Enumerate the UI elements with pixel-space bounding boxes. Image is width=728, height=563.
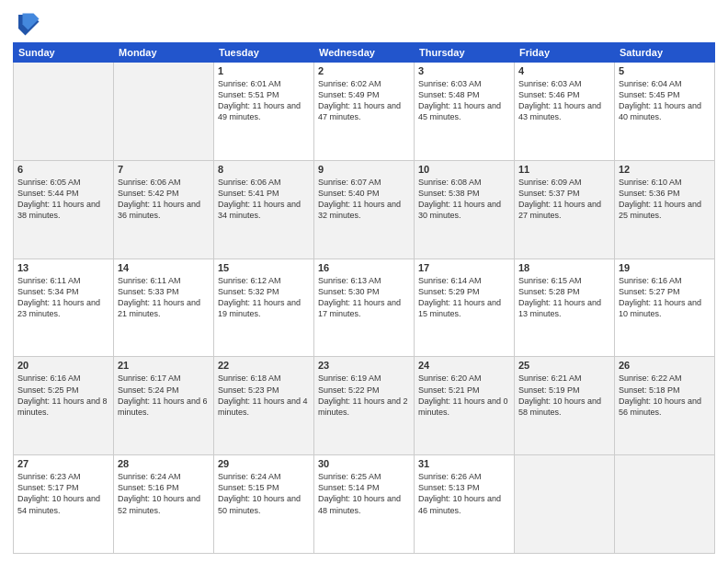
weekday-header-thursday: Thursday <box>415 43 515 63</box>
calendar-week-row: 27Sunrise: 6:23 AM Sunset: 5:17 PM Dayli… <box>14 455 715 554</box>
calendar-cell: 19Sunrise: 6:16 AM Sunset: 5:27 PM Dayli… <box>615 259 715 357</box>
calendar-cell: 6Sunrise: 6:05 AM Sunset: 5:44 PM Daylig… <box>14 160 114 259</box>
cell-info: Sunrise: 6:06 AM Sunset: 5:41 PM Dayligh… <box>218 177 310 222</box>
cell-info: Sunrise: 6:04 AM Sunset: 5:45 PM Dayligh… <box>619 78 711 123</box>
cell-info: Sunrise: 6:03 AM Sunset: 5:46 PM Dayligh… <box>518 78 610 123</box>
calendar-cell: 13Sunrise: 6:11 AM Sunset: 5:34 PM Dayli… <box>14 259 114 357</box>
calendar-cell <box>114 63 214 161</box>
day-number: 25 <box>518 360 610 371</box>
calendar-cell: 31Sunrise: 6:26 AM Sunset: 5:13 PM Dayli… <box>415 455 515 554</box>
cell-info: Sunrise: 6:14 AM Sunset: 5:29 PM Dayligh… <box>418 275 510 320</box>
day-number: 19 <box>619 262 711 273</box>
calendar-cell: 3Sunrise: 6:03 AM Sunset: 5:48 PM Daylig… <box>415 63 515 161</box>
calendar-cell: 11Sunrise: 6:09 AM Sunset: 5:37 PM Dayli… <box>515 160 615 259</box>
cell-info: Sunrise: 6:16 AM Sunset: 5:25 PM Dayligh… <box>17 373 109 418</box>
day-number: 16 <box>318 262 410 273</box>
weekday-header-monday: Monday <box>114 43 214 63</box>
cell-info: Sunrise: 6:24 AM Sunset: 5:15 PM Dayligh… <box>218 471 310 516</box>
calendar-cell: 9Sunrise: 6:07 AM Sunset: 5:40 PM Daylig… <box>314 160 415 259</box>
cell-info: Sunrise: 6:24 AM Sunset: 5:16 PM Dayligh… <box>118 471 210 516</box>
calendar-cell: 2Sunrise: 6:02 AM Sunset: 5:49 PM Daylig… <box>314 63 415 161</box>
calendar-cell: 22Sunrise: 6:18 AM Sunset: 5:23 PM Dayli… <box>214 357 314 455</box>
calendar-week-row: 13Sunrise: 6:11 AM Sunset: 5:34 PM Dayli… <box>14 259 715 357</box>
calendar-cell <box>615 455 715 554</box>
day-number: 7 <box>118 164 210 175</box>
calendar-cell: 16Sunrise: 6:13 AM Sunset: 5:30 PM Dayli… <box>314 259 415 357</box>
day-number: 13 <box>17 262 109 273</box>
weekday-header-row: SundayMondayTuesdayWednesdayThursdayFrid… <box>14 43 715 63</box>
cell-info: Sunrise: 6:19 AM Sunset: 5:22 PM Dayligh… <box>318 373 410 418</box>
page: SundayMondayTuesdayWednesdayThursdayFrid… <box>0 0 728 563</box>
cell-info: Sunrise: 6:21 AM Sunset: 5:19 PM Dayligh… <box>518 373 610 418</box>
weekday-header-sunday: Sunday <box>14 43 114 63</box>
day-number: 10 <box>418 164 510 175</box>
weekday-header-saturday: Saturday <box>615 43 715 63</box>
day-number: 11 <box>518 164 610 175</box>
day-number: 5 <box>619 65 711 76</box>
calendar-cell: 27Sunrise: 6:23 AM Sunset: 5:17 PM Dayli… <box>14 455 114 554</box>
cell-info: Sunrise: 6:20 AM Sunset: 5:21 PM Dayligh… <box>418 373 510 418</box>
day-number: 15 <box>218 262 310 273</box>
cell-info: Sunrise: 6:13 AM Sunset: 5:30 PM Dayligh… <box>318 275 410 320</box>
day-number: 4 <box>518 65 610 76</box>
calendar-cell: 25Sunrise: 6:21 AM Sunset: 5:19 PM Dayli… <box>515 357 615 455</box>
day-number: 20 <box>17 360 109 371</box>
weekday-header-wednesday: Wednesday <box>314 43 415 63</box>
calendar-week-row: 1Sunrise: 6:01 AM Sunset: 5:51 PM Daylig… <box>14 63 715 161</box>
day-number: 8 <box>218 164 310 175</box>
cell-info: Sunrise: 6:17 AM Sunset: 5:24 PM Dayligh… <box>118 373 210 418</box>
cell-info: Sunrise: 6:22 AM Sunset: 5:18 PM Dayligh… <box>619 373 711 418</box>
calendar-week-row: 6Sunrise: 6:05 AM Sunset: 5:44 PM Daylig… <box>14 160 715 259</box>
calendar-cell: 21Sunrise: 6:17 AM Sunset: 5:24 PM Dayli… <box>114 357 214 455</box>
generalblue-icon <box>13 9 40 37</box>
day-number: 29 <box>218 458 310 469</box>
cell-info: Sunrise: 6:06 AM Sunset: 5:42 PM Dayligh… <box>118 177 210 222</box>
calendar-cell: 1Sunrise: 6:01 AM Sunset: 5:51 PM Daylig… <box>214 63 314 161</box>
calendar-cell: 28Sunrise: 6:24 AM Sunset: 5:16 PM Dayli… <box>114 455 214 554</box>
calendar-cell: 29Sunrise: 6:24 AM Sunset: 5:15 PM Dayli… <box>214 455 314 554</box>
calendar-cell: 26Sunrise: 6:22 AM Sunset: 5:18 PM Dayli… <box>615 357 715 455</box>
cell-info: Sunrise: 6:02 AM Sunset: 5:49 PM Dayligh… <box>318 78 410 123</box>
cell-info: Sunrise: 6:11 AM Sunset: 5:33 PM Dayligh… <box>118 275 210 320</box>
calendar-week-row: 20Sunrise: 6:16 AM Sunset: 5:25 PM Dayli… <box>14 357 715 455</box>
calendar-cell: 15Sunrise: 6:12 AM Sunset: 5:32 PM Dayli… <box>214 259 314 357</box>
cell-info: Sunrise: 6:16 AM Sunset: 5:27 PM Dayligh… <box>619 275 711 320</box>
day-number: 12 <box>619 164 711 175</box>
calendar-cell: 7Sunrise: 6:06 AM Sunset: 5:42 PM Daylig… <box>114 160 214 259</box>
cell-info: Sunrise: 6:07 AM Sunset: 5:40 PM Dayligh… <box>318 177 410 222</box>
day-number: 18 <box>518 262 610 273</box>
header <box>13 9 715 37</box>
calendar-cell: 18Sunrise: 6:15 AM Sunset: 5:28 PM Dayli… <box>515 259 615 357</box>
calendar-cell: 23Sunrise: 6:19 AM Sunset: 5:22 PM Dayli… <box>314 357 415 455</box>
day-number: 28 <box>118 458 210 469</box>
calendar-cell: 5Sunrise: 6:04 AM Sunset: 5:45 PM Daylig… <box>615 63 715 161</box>
cell-info: Sunrise: 6:01 AM Sunset: 5:51 PM Dayligh… <box>218 78 310 123</box>
day-number: 14 <box>118 262 210 273</box>
day-number: 26 <box>619 360 711 371</box>
calendar-cell: 17Sunrise: 6:14 AM Sunset: 5:29 PM Dayli… <box>415 259 515 357</box>
cell-info: Sunrise: 6:11 AM Sunset: 5:34 PM Dayligh… <box>17 275 109 320</box>
calendar-cell: 14Sunrise: 6:11 AM Sunset: 5:33 PM Dayli… <box>114 259 214 357</box>
cell-info: Sunrise: 6:23 AM Sunset: 5:17 PM Dayligh… <box>17 471 109 516</box>
cell-info: Sunrise: 6:18 AM Sunset: 5:23 PM Dayligh… <box>218 373 310 418</box>
day-number: 9 <box>318 164 410 175</box>
day-number: 17 <box>418 262 510 273</box>
day-number: 6 <box>17 164 109 175</box>
day-number: 2 <box>318 65 410 76</box>
day-number: 21 <box>118 360 210 371</box>
day-number: 3 <box>418 65 510 76</box>
day-number: 22 <box>218 360 310 371</box>
cell-info: Sunrise: 6:12 AM Sunset: 5:32 PM Dayligh… <box>218 275 310 320</box>
cell-info: Sunrise: 6:10 AM Sunset: 5:36 PM Dayligh… <box>619 177 711 222</box>
cell-info: Sunrise: 6:25 AM Sunset: 5:14 PM Dayligh… <box>318 471 410 516</box>
calendar-cell <box>14 63 114 161</box>
day-number: 31 <box>418 458 510 469</box>
calendar-cell: 8Sunrise: 6:06 AM Sunset: 5:41 PM Daylig… <box>214 160 314 259</box>
calendar-cell: 24Sunrise: 6:20 AM Sunset: 5:21 PM Dayli… <box>415 357 515 455</box>
weekday-header-friday: Friday <box>515 43 615 63</box>
cell-info: Sunrise: 6:05 AM Sunset: 5:44 PM Dayligh… <box>17 177 109 222</box>
calendar-cell: 12Sunrise: 6:10 AM Sunset: 5:36 PM Dayli… <box>615 160 715 259</box>
calendar-table: SundayMondayTuesdayWednesdayThursdayFrid… <box>13 42 715 554</box>
calendar-cell: 10Sunrise: 6:08 AM Sunset: 5:38 PM Dayli… <box>415 160 515 259</box>
calendar-cell: 4Sunrise: 6:03 AM Sunset: 5:46 PM Daylig… <box>515 63 615 161</box>
